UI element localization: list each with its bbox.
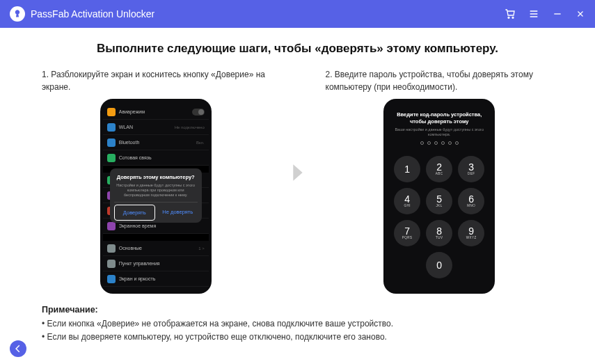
app-title: PassFab Activation Unlocker bbox=[31, 8, 505, 19]
keypad-key-4[interactable]: 4GHI bbox=[394, 188, 420, 214]
keypad-key-9[interactable]: 9WXYZ bbox=[458, 220, 484, 246]
modal-title: Доверять этому компьютеру? bbox=[114, 174, 198, 181]
note-item-2: Если вы доверяете компьютеру, но устройс… bbox=[42, 331, 553, 344]
settings-row: WLANНе подключено bbox=[103, 120, 209, 135]
keypad-key-2[interactable]: 2ABC bbox=[426, 156, 452, 182]
modal-desc: Настройки и данные будут доступны с этог… bbox=[114, 183, 198, 198]
phone-mockup-1: АвиарежимWLANНе подключеноBluetoothВкл.С… bbox=[100, 99, 212, 294]
keypad-empty bbox=[394, 252, 420, 278]
step-1: 1. Разблокируйте экран и коснитесь кнопк… bbox=[42, 68, 270, 294]
trust-button[interactable]: Доверять bbox=[114, 205, 155, 221]
settings-row: Сотовая связь bbox=[103, 150, 209, 166]
back-button[interactable] bbox=[10, 340, 26, 357]
minimize-icon[interactable] bbox=[552, 8, 563, 19]
step-2-text: 2. Введите пароль устройства, чтобы дове… bbox=[326, 68, 554, 93]
passcode-title: Введите код-пароль устройства, чтобы дов… bbox=[393, 111, 485, 125]
page-title: Выполните следующие шаги, чтобы «доверят… bbox=[42, 42, 553, 56]
content: Выполните следующие шаги, чтобы «доверят… bbox=[0, 28, 595, 344]
note-section: Примечание: Если кнопка «Доверие» не ото… bbox=[42, 294, 553, 344]
titlebar: PassFab Activation Unlocker bbox=[0, 0, 595, 28]
trust-modal: Доверять этому компьютеру?Настройки и да… bbox=[110, 168, 202, 223]
keypad-empty bbox=[458, 252, 484, 278]
note-item-1: Если кнопка «Доверие» не отображается на… bbox=[42, 317, 553, 331]
keypad-key-5[interactable]: 5JKL bbox=[426, 188, 452, 214]
app-logo bbox=[10, 6, 25, 22]
keypad-key-0[interactable]: 0 bbox=[426, 252, 452, 278]
note-label: Примечание: bbox=[42, 305, 98, 315]
svg-point-1 bbox=[512, 17, 514, 18]
keypad-key-1[interactable]: 1 bbox=[394, 156, 420, 182]
dont-trust-button[interactable]: Не доверять bbox=[158, 205, 198, 221]
settings-row: Пункт управления bbox=[103, 256, 209, 271]
menu-icon[interactable] bbox=[528, 8, 539, 19]
step-1-text: 1. Разблокируйте экран и коснитесь кнопк… bbox=[42, 68, 270, 93]
settings-row: BluetoothВкл. bbox=[103, 135, 209, 150]
settings-row: Авиарежим bbox=[103, 104, 209, 120]
passcode-sub: Ваши настройки и данные будут доступны с… bbox=[393, 127, 485, 137]
settings-row: Экран и яркость bbox=[103, 271, 209, 287]
arrow-icon bbox=[277, 159, 319, 187]
settings-row: Основные1 > bbox=[103, 241, 209, 256]
keypad-key-7[interactable]: 7PQRS bbox=[394, 220, 420, 246]
close-icon[interactable] bbox=[576, 9, 585, 19]
cart-icon[interactable] bbox=[505, 8, 516, 19]
keypad-key-6[interactable]: 6MNO bbox=[458, 188, 484, 214]
keypad: 12ABC3DEF4GHI5JKL6MNO7PQRS8TUV9WXYZ0 bbox=[386, 156, 492, 278]
svg-point-0 bbox=[508, 17, 509, 18]
keypad-key-3[interactable]: 3DEF bbox=[458, 156, 484, 182]
step-2: 2. Введите пароль устройства, чтобы дове… bbox=[326, 68, 554, 294]
keypad-key-8[interactable]: 8TUV bbox=[426, 220, 452, 246]
passcode-dots bbox=[393, 141, 485, 145]
phone-mockup-2: Введите код-пароль устройства, чтобы дов… bbox=[383, 99, 495, 294]
